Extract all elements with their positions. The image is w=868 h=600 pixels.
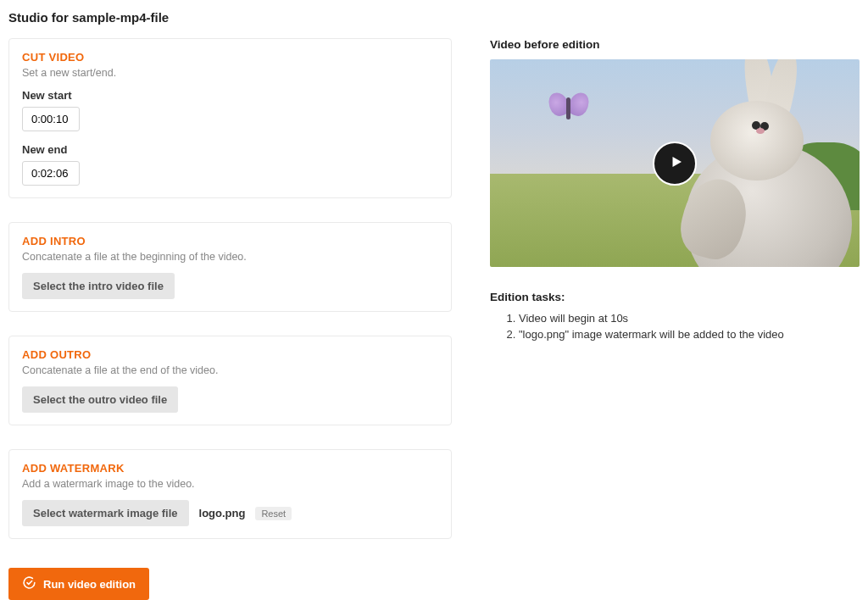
svg-marker-0 <box>672 157 682 167</box>
new-end-input[interactable] <box>22 161 80 186</box>
add-watermark-desc: Add a watermark image to the video. <box>22 478 438 490</box>
new-end-label: New end <box>22 143 438 156</box>
watermark-file-name: logo.png <box>199 507 246 519</box>
new-start-input[interactable] <box>22 107 80 131</box>
list-item: "logo.png" image watermark will be added… <box>519 328 860 341</box>
add-outro-card: ADD OUTRO Concatenate a file at the end … <box>8 336 452 425</box>
add-intro-title: ADD INTRO <box>22 235 438 247</box>
new-start-label: New start <box>22 89 438 102</box>
select-watermark-button[interactable]: Select watermark image file <box>22 500 189 526</box>
reset-watermark-button[interactable]: Reset <box>255 507 292 520</box>
add-outro-title: ADD OUTRO <box>22 348 438 361</box>
run-video-edition-label: Run video edition <box>43 578 136 591</box>
check-circle-icon <box>22 575 36 592</box>
edition-tasks-list: Video will begin at 10s "logo.png" image… <box>490 312 860 341</box>
cut-video-title: CUT VIDEO <box>22 51 438 64</box>
add-watermark-card: ADD WATERMARK Add a watermark image to t… <box>8 449 452 539</box>
add-outro-desc: Concatenate a file at the end of the vid… <box>22 364 438 376</box>
add-intro-desc: Concatenate a file at the beginning of t… <box>22 251 438 263</box>
video-preview[interactable] <box>490 59 860 267</box>
list-item: Video will begin at 10s <box>519 312 860 325</box>
page-title: Studio for sample-mp4-file <box>8 10 860 25</box>
cut-video-desc: Set a new start/end. <box>22 67 438 79</box>
select-outro-button[interactable]: Select the outro video file <box>22 386 178 413</box>
edition-tasks-title: Edition tasks: <box>490 291 860 303</box>
play-button[interactable] <box>653 142 697 186</box>
select-intro-button[interactable]: Select the intro video file <box>22 273 175 299</box>
add-watermark-title: ADD WATERMARK <box>22 462 438 475</box>
add-intro-card: ADD INTRO Concatenate a file at the begi… <box>8 222 452 312</box>
cut-video-card: CUT VIDEO Set a new start/end. New start… <box>8 38 452 198</box>
run-video-edition-button[interactable]: Run video edition <box>8 568 149 600</box>
play-icon <box>666 154 684 172</box>
video-before-edition-title: Video before edition <box>490 38 860 51</box>
